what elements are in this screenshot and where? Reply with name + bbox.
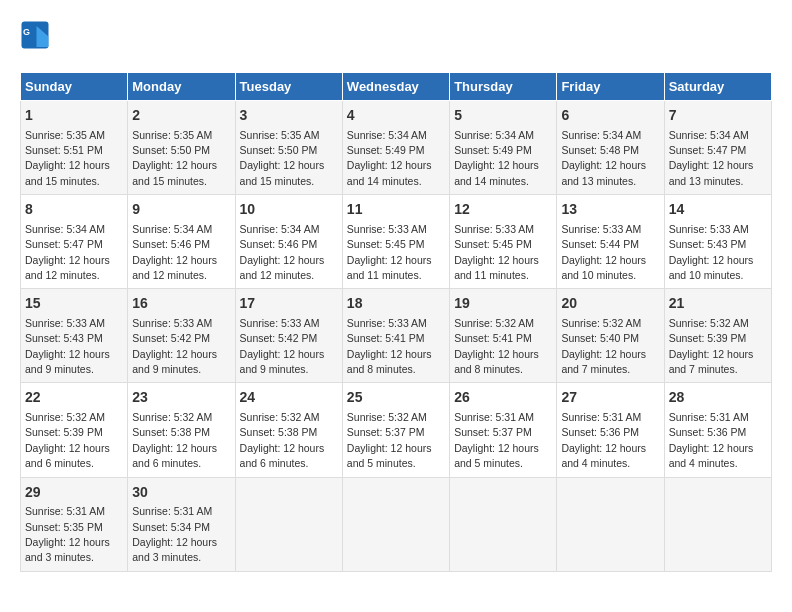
calendar-cell: 6 Sunrise: 5:34 AMSunset: 5:48 PMDayligh…: [557, 101, 664, 195]
svg-text:G: G: [23, 27, 30, 37]
day-number: 15: [25, 294, 123, 314]
header-day-friday: Friday: [557, 73, 664, 101]
day-number: 19: [454, 294, 552, 314]
day-number: 17: [240, 294, 338, 314]
calendar-cell: 7 Sunrise: 5:34 AMSunset: 5:47 PMDayligh…: [664, 101, 771, 195]
day-number: 4: [347, 106, 445, 126]
logo-icon: G: [20, 20, 50, 50]
calendar-cell: 5 Sunrise: 5:34 AMSunset: 5:49 PMDayligh…: [450, 101, 557, 195]
day-info: Sunrise: 5:33 AMSunset: 5:41 PMDaylight:…: [347, 317, 432, 375]
calendar-cell: 20 Sunrise: 5:32 AMSunset: 5:40 PMDaylig…: [557, 289, 664, 383]
calendar-cell: 16 Sunrise: 5:33 AMSunset: 5:42 PMDaylig…: [128, 289, 235, 383]
day-number: 9: [132, 200, 230, 220]
day-number: 8: [25, 200, 123, 220]
calendar-cell: 19 Sunrise: 5:32 AMSunset: 5:41 PMDaylig…: [450, 289, 557, 383]
calendar-cell: 28 Sunrise: 5:31 AMSunset: 5:36 PMDaylig…: [664, 383, 771, 477]
day-info: Sunrise: 5:32 AMSunset: 5:37 PMDaylight:…: [347, 411, 432, 469]
calendar-week-row: 29 Sunrise: 5:31 AMSunset: 5:35 PMDaylig…: [21, 477, 772, 571]
day-info: Sunrise: 5:31 AMSunset: 5:37 PMDaylight:…: [454, 411, 539, 469]
day-info: Sunrise: 5:33 AMSunset: 5:42 PMDaylight:…: [240, 317, 325, 375]
day-info: Sunrise: 5:31 AMSunset: 5:35 PMDaylight:…: [25, 505, 110, 563]
calendar-cell: 8 Sunrise: 5:34 AMSunset: 5:47 PMDayligh…: [21, 195, 128, 289]
header-day-monday: Monday: [128, 73, 235, 101]
header-day-wednesday: Wednesday: [342, 73, 449, 101]
calendar-cell: 25 Sunrise: 5:32 AMSunset: 5:37 PMDaylig…: [342, 383, 449, 477]
calendar-cell: 18 Sunrise: 5:33 AMSunset: 5:41 PMDaylig…: [342, 289, 449, 383]
day-info: Sunrise: 5:35 AMSunset: 5:50 PMDaylight:…: [132, 129, 217, 187]
calendar-week-row: 8 Sunrise: 5:34 AMSunset: 5:47 PMDayligh…: [21, 195, 772, 289]
day-info: Sunrise: 5:32 AMSunset: 5:41 PMDaylight:…: [454, 317, 539, 375]
calendar-cell: 27 Sunrise: 5:31 AMSunset: 5:36 PMDaylig…: [557, 383, 664, 477]
calendar-week-row: 1 Sunrise: 5:35 AMSunset: 5:51 PMDayligh…: [21, 101, 772, 195]
calendar-header-row: SundayMondayTuesdayWednesdayThursdayFrid…: [21, 73, 772, 101]
header-day-sunday: Sunday: [21, 73, 128, 101]
day-number: 6: [561, 106, 659, 126]
day-info: Sunrise: 5:33 AMSunset: 5:45 PMDaylight:…: [347, 223, 432, 281]
day-info: Sunrise: 5:34 AMSunset: 5:49 PMDaylight:…: [347, 129, 432, 187]
header-day-thursday: Thursday: [450, 73, 557, 101]
day-info: Sunrise: 5:34 AMSunset: 5:48 PMDaylight:…: [561, 129, 646, 187]
day-number: 21: [669, 294, 767, 314]
day-number: 3: [240, 106, 338, 126]
day-info: Sunrise: 5:32 AMSunset: 5:39 PMDaylight:…: [669, 317, 754, 375]
day-info: Sunrise: 5:31 AMSunset: 5:34 PMDaylight:…: [132, 505, 217, 563]
day-number: 29: [25, 483, 123, 503]
calendar-cell: [235, 477, 342, 571]
day-number: 16: [132, 294, 230, 314]
day-info: Sunrise: 5:34 AMSunset: 5:49 PMDaylight:…: [454, 129, 539, 187]
day-info: Sunrise: 5:32 AMSunset: 5:38 PMDaylight:…: [132, 411, 217, 469]
header-day-saturday: Saturday: [664, 73, 771, 101]
header-day-tuesday: Tuesday: [235, 73, 342, 101]
day-info: Sunrise: 5:35 AMSunset: 5:51 PMDaylight:…: [25, 129, 110, 187]
day-number: 20: [561, 294, 659, 314]
calendar-cell: [450, 477, 557, 571]
calendar-cell: 23 Sunrise: 5:32 AMSunset: 5:38 PMDaylig…: [128, 383, 235, 477]
calendar-cell: 26 Sunrise: 5:31 AMSunset: 5:37 PMDaylig…: [450, 383, 557, 477]
day-info: Sunrise: 5:34 AMSunset: 5:47 PMDaylight:…: [25, 223, 110, 281]
calendar-week-row: 22 Sunrise: 5:32 AMSunset: 5:39 PMDaylig…: [21, 383, 772, 477]
calendar-cell: 22 Sunrise: 5:32 AMSunset: 5:39 PMDaylig…: [21, 383, 128, 477]
calendar-cell: 9 Sunrise: 5:34 AMSunset: 5:46 PMDayligh…: [128, 195, 235, 289]
day-number: 18: [347, 294, 445, 314]
calendar-cell: [342, 477, 449, 571]
day-number: 7: [669, 106, 767, 126]
calendar-cell: 1 Sunrise: 5:35 AMSunset: 5:51 PMDayligh…: [21, 101, 128, 195]
calendar-cell: 17 Sunrise: 5:33 AMSunset: 5:42 PMDaylig…: [235, 289, 342, 383]
day-info: Sunrise: 5:34 AMSunset: 5:46 PMDaylight:…: [240, 223, 325, 281]
day-info: Sunrise: 5:32 AMSunset: 5:38 PMDaylight:…: [240, 411, 325, 469]
day-number: 25: [347, 388, 445, 408]
day-number: 13: [561, 200, 659, 220]
day-number: 26: [454, 388, 552, 408]
day-info: Sunrise: 5:32 AMSunset: 5:40 PMDaylight:…: [561, 317, 646, 375]
day-number: 11: [347, 200, 445, 220]
calendar-cell: 10 Sunrise: 5:34 AMSunset: 5:46 PMDaylig…: [235, 195, 342, 289]
day-info: Sunrise: 5:33 AMSunset: 5:43 PMDaylight:…: [669, 223, 754, 281]
day-info: Sunrise: 5:33 AMSunset: 5:42 PMDaylight:…: [132, 317, 217, 375]
day-info: Sunrise: 5:34 AMSunset: 5:46 PMDaylight:…: [132, 223, 217, 281]
day-info: Sunrise: 5:32 AMSunset: 5:39 PMDaylight:…: [25, 411, 110, 469]
calendar-cell: 21 Sunrise: 5:32 AMSunset: 5:39 PMDaylig…: [664, 289, 771, 383]
calendar-cell: 15 Sunrise: 5:33 AMSunset: 5:43 PMDaylig…: [21, 289, 128, 383]
day-number: 14: [669, 200, 767, 220]
calendar-cell: 13 Sunrise: 5:33 AMSunset: 5:44 PMDaylig…: [557, 195, 664, 289]
calendar-cell: [664, 477, 771, 571]
day-number: 27: [561, 388, 659, 408]
day-info: Sunrise: 5:31 AMSunset: 5:36 PMDaylight:…: [561, 411, 646, 469]
day-number: 2: [132, 106, 230, 126]
calendar-cell: 29 Sunrise: 5:31 AMSunset: 5:35 PMDaylig…: [21, 477, 128, 571]
day-info: Sunrise: 5:33 AMSunset: 5:43 PMDaylight:…: [25, 317, 110, 375]
calendar-cell: 4 Sunrise: 5:34 AMSunset: 5:49 PMDayligh…: [342, 101, 449, 195]
day-number: 5: [454, 106, 552, 126]
day-number: 12: [454, 200, 552, 220]
calendar-cell: [557, 477, 664, 571]
day-number: 1: [25, 106, 123, 126]
calendar-week-row: 15 Sunrise: 5:33 AMSunset: 5:43 PMDaylig…: [21, 289, 772, 383]
day-info: Sunrise: 5:33 AMSunset: 5:45 PMDaylight:…: [454, 223, 539, 281]
calendar-cell: 14 Sunrise: 5:33 AMSunset: 5:43 PMDaylig…: [664, 195, 771, 289]
day-info: Sunrise: 5:31 AMSunset: 5:36 PMDaylight:…: [669, 411, 754, 469]
calendar-cell: 24 Sunrise: 5:32 AMSunset: 5:38 PMDaylig…: [235, 383, 342, 477]
day-info: Sunrise: 5:35 AMSunset: 5:50 PMDaylight:…: [240, 129, 325, 187]
calendar-cell: 2 Sunrise: 5:35 AMSunset: 5:50 PMDayligh…: [128, 101, 235, 195]
calendar-cell: 30 Sunrise: 5:31 AMSunset: 5:34 PMDaylig…: [128, 477, 235, 571]
day-number: 24: [240, 388, 338, 408]
